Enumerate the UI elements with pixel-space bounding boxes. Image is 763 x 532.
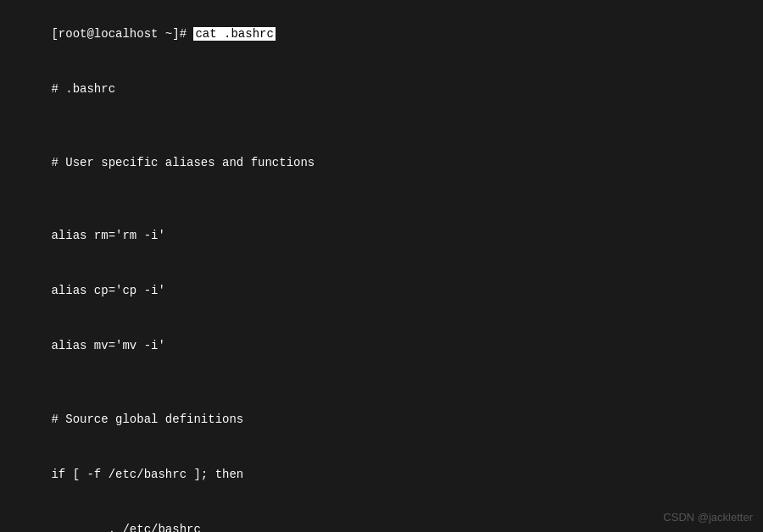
line-blank-2: [8, 191, 755, 209]
source-cmd: . /etc/bashrc: [51, 523, 200, 532]
terminal-window: [root@localhost ~]# cat .bashrc # .bashr…: [0, 0, 763, 532]
terminal-content: [root@localhost ~]# cat .bashrc # .bashr…: [8, 7, 755, 532]
if-statement: if [ -f /etc/bashrc ]; then: [51, 468, 243, 481]
line-source: . /etc/bashrc: [8, 503, 755, 532]
line-user-comment: # User specific aliases and functions: [8, 136, 755, 191]
alias-mv: alias mv='mv -i': [51, 339, 164, 352]
comment-bashrc: # .bashrc: [51, 82, 115, 96]
line-2: # .bashrc: [8, 62, 755, 117]
line-alias-mv: alias mv='mv -i': [8, 319, 755, 374]
line-alias-rm: alias rm='rm -i': [8, 209, 755, 264]
alias-rm: alias rm='rm -i': [51, 229, 164, 242]
line-1: [root@localhost ~]# cat .bashrc: [8, 7, 755, 62]
comment-user: # User specific aliases and functions: [51, 156, 315, 169]
line-source-comment: # Source global definitions: [8, 392, 755, 447]
line-blank-3: [8, 374, 755, 393]
line-alias-cp: alias cp='cp -i': [8, 264, 755, 319]
comment-source: # Source global definitions: [51, 413, 243, 426]
line-blank-1: [8, 117, 755, 136]
alias-cp: alias cp='cp -i': [51, 284, 164, 297]
command-highlight: cat .bashrc: [193, 27, 275, 41]
prompt-1: [root@localhost ~]#: [51, 27, 193, 41]
line-if: if [ -f /etc/bashrc ]; then: [8, 448, 755, 503]
watermark: CSDN @jackletter: [663, 511, 753, 524]
